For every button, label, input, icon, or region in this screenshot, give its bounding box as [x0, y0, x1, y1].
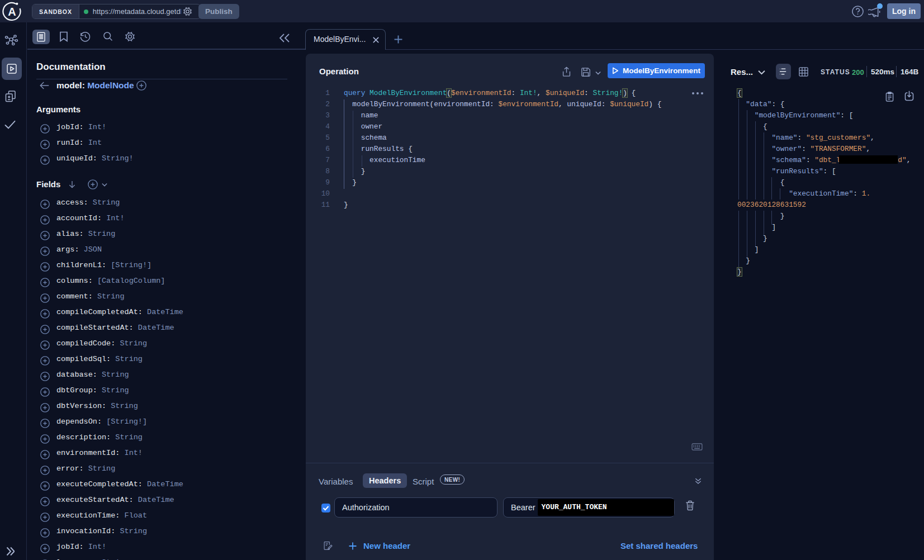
svg-text:A: A: [8, 6, 16, 18]
